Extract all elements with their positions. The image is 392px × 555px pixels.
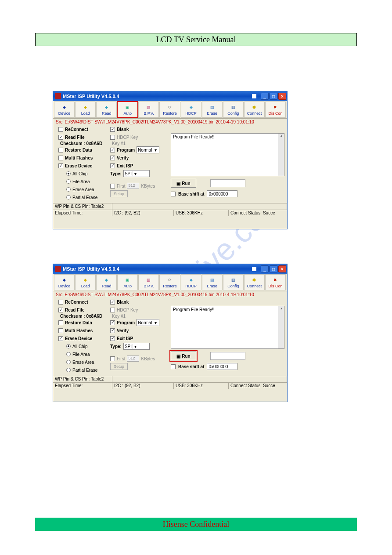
hdcpkey-sub: Key #1 [110,314,167,319]
disconnect-button[interactable]: ✖Dis Con [265,102,286,118]
bpv-button[interactable]: ▧B.P.V. [138,274,159,290]
restore-button[interactable]: ⟳Restore [159,274,180,290]
hdcp-icon: ◆ [187,104,195,111]
screenshot-auto-highlight: MStar ISP Utility V4.5.0.4 _ □ × ◆Device… [53,91,288,229]
auto-button[interactable]: ▣Auto [117,274,138,290]
type-select[interactable]: SPI▾ [123,343,150,350]
erasearea-radio[interactable] [66,187,71,192]
close-button[interactable]: × [278,265,286,272]
connect-button[interactable]: ⬢Connect [244,274,265,290]
page-header-text: LCD TV Service Manual [156,35,236,44]
first-checkbox[interactable] [110,184,115,189]
readfile-label: Read File [65,135,84,140]
allchip-radio[interactable] [66,171,71,176]
first-input[interactable]: 512 [127,355,139,362]
config-button[interactable]: ▥Config [223,102,244,118]
verify-checkbox[interactable]: ✓ [110,328,115,333]
log-scrollbar[interactable] [278,306,284,348]
read-button[interactable]: ◆Read [96,274,117,290]
restoredata-checkbox[interactable] [58,148,63,152]
minimize-button[interactable]: _ [261,93,269,100]
exitisp-checkbox[interactable]: ✓ [110,163,115,168]
restore-button[interactable]: ⟳Restore [159,102,180,118]
minimize-button[interactable]: _ [261,265,269,272]
device-button[interactable]: ◆Device [54,102,75,118]
load-button[interactable]: ◆Load [75,102,96,118]
exitisp-checkbox[interactable]: ✓ [110,336,115,341]
close-button[interactable]: × [278,93,286,100]
first-checkbox[interactable] [110,356,115,361]
app-icon [55,93,61,99]
program-checkbox[interactable]: ✓ [110,320,115,325]
readfile-checkbox[interactable]: ✓ [58,308,63,312]
status-connect: Connect Status: Succe [229,210,287,216]
hdcp-button[interactable]: ◆HDCP [181,274,201,290]
blank-label: Blank [117,127,129,132]
log-scrollbar[interactable] [278,134,284,176]
program-mode-select[interactable]: Normal▾ [137,319,159,326]
erasedevice-label: Erase Device [65,336,92,341]
hdcp-button[interactable]: ◆HDCP [181,102,201,118]
type-label: Type: [110,344,122,349]
partialerase-radio[interactable] [66,368,71,372]
erasedevice-checkbox[interactable]: ✓ [58,163,63,168]
readfile-checkbox[interactable]: ✓ [58,135,63,140]
erase-button[interactable]: ▤Erase [202,102,223,118]
program-checkbox[interactable]: ✓ [110,148,115,152]
multiflashes-checkbox[interactable] [58,156,63,160]
erase-icon: ▤ [208,276,216,283]
page-footer-text: Hisense Confidential [163,520,229,529]
multiflashes-checkbox[interactable] [58,328,63,333]
first-input[interactable]: 512 [127,183,139,189]
blank-checkbox[interactable]: ✓ [110,127,115,132]
setup-button[interactable]: Setup [110,363,128,370]
type-select[interactable]: SPI▾ [123,170,150,177]
partialerase-radio[interactable] [66,195,71,200]
reconnect-checkbox[interactable] [58,300,63,305]
config-button[interactable]: ▥Config [223,274,244,290]
baseshift-input[interactable]: 0x000000 [207,190,237,197]
hdcpkey-checkbox[interactable] [110,308,115,312]
partialerase-label: Partial Erase [72,368,97,373]
hdcpkey-checkbox[interactable] [110,135,115,140]
auto-button[interactable]: ▣Auto [117,102,138,118]
restore-icon: ⟳ [165,104,174,111]
load-button[interactable]: ◆Load [75,274,96,290]
program-mode-select[interactable]: Normal▾ [137,146,159,153]
window-title: MStar ISP Utility V4.5.0.4 [63,94,261,99]
checksum-label: Checksum : 0x8A6D [58,141,107,146]
filearea-radio[interactable] [66,179,71,184]
status-i2c: I2C : (92, B2) [112,210,174,216]
run-button[interactable]: ▣Run [171,179,196,188]
baseshift-checkbox[interactable] [171,192,176,196]
reconnect-checkbox[interactable] [58,127,63,132]
run-button[interactable]: ▣Run [171,352,196,360]
erase-button[interactable]: ▤Erase [202,274,223,290]
source-path: Src: E:\SW46\DIST SW\TLM24V78PK_C002\TLM… [53,119,287,125]
maximize-button[interactable]: □ [270,93,277,100]
verify-checkbox[interactable]: ✓ [110,156,115,160]
baseshift-input[interactable]: 0x000000 [207,363,237,370]
status-usb: USB: 306KHz [174,210,229,216]
device-button[interactable]: ◆Device [54,274,75,290]
status-wp: WP Pin & CS Pin: Table2 [53,376,112,382]
filearea-radio[interactable] [66,352,71,356]
dropdown-arrow-icon: ▾ [153,320,158,325]
read-button[interactable]: ◆Read [96,102,117,118]
setup-button[interactable]: Setup [110,190,128,197]
erasearea-radio[interactable] [66,360,71,364]
erasedevice-label: Erase Device [65,163,92,168]
bpv-button[interactable]: ▧B.P.V. [138,102,159,118]
maximize-button[interactable]: □ [270,265,277,272]
allchip-radio[interactable] [66,344,71,348]
disconnect-button[interactable]: ✖Dis Con [265,274,286,290]
title-indicator [252,267,256,271]
blank-checkbox[interactable]: ✓ [110,300,115,305]
allchip-label: All Chip [72,344,87,349]
connect-button[interactable]: ⬢Connect [244,102,265,118]
multiflashes-label: Multi Flashes [65,156,93,160]
erasedevice-checkbox[interactable]: ✓ [58,336,63,341]
restoredata-checkbox[interactable] [58,320,63,325]
baseshift-checkbox[interactable] [171,364,176,369]
device-icon: ◆ [60,104,69,111]
